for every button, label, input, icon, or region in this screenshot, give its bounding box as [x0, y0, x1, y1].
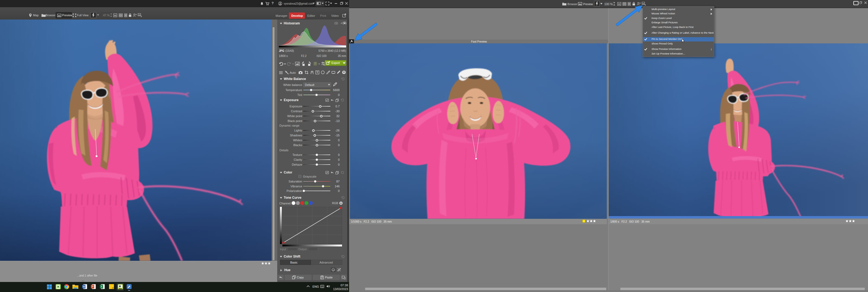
svg-text:30: 30: [332, 269, 334, 271]
svg-text:P: P: [92, 285, 94, 288]
svg-text:X: X: [101, 285, 102, 288]
svg-text:W: W: [83, 285, 85, 288]
